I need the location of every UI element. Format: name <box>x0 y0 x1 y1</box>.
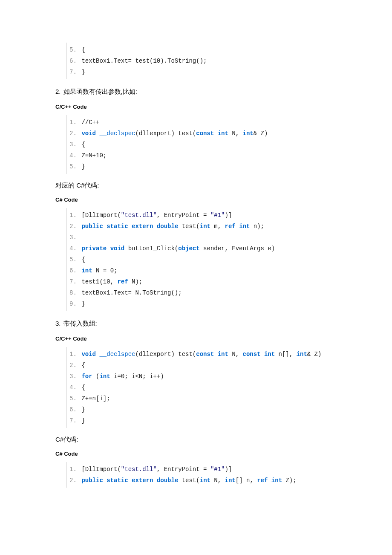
code-token: sender, EventArgs e) <box>200 245 275 252</box>
code-label-cpp-2: C/C++ Code <box>55 335 337 342</box>
code-token: const <box>196 351 214 358</box>
section-heading-2: 2.如果函数有传出参数,比如: <box>55 88 337 96</box>
code-token: void <box>110 245 125 252</box>
paragraph-1: 对应的 C#代码: <box>55 182 337 190</box>
code-token: (dllexport) test( <box>135 130 196 137</box>
code-token: __declspec <box>99 351 135 358</box>
line-number: 5. <box>69 44 78 55</box>
code-token: public <box>81 477 103 484</box>
code-token <box>236 223 239 230</box>
code-token: int <box>81 267 92 274</box>
code-token: N); <box>128 278 143 285</box>
code-token: } <box>81 417 85 424</box>
code-token: (dllexport) test( <box>135 351 196 358</box>
code-token: const <box>243 351 261 358</box>
line-number: 3. <box>69 139 78 150</box>
code-token: test1(10, <box>81 278 117 285</box>
code-token: int <box>271 477 282 484</box>
code-token: Z); <box>282 477 297 484</box>
code-token: N, <box>210 477 225 484</box>
code-label-cs-2: C# Code <box>55 451 337 457</box>
heading-text: 带传入数组: <box>63 320 97 327</box>
code-line: 7. } <box>69 66 337 78</box>
code-token: for <box>81 373 92 380</box>
code-token: & Z) <box>307 351 322 358</box>
code-token: , EntryPoint = <box>157 466 210 473</box>
code-line: 1. [DllImport("test.dll", EntryPoint = "… <box>69 464 337 475</box>
line-number: 5. <box>69 161 78 172</box>
line-number: 5. <box>69 393 78 404</box>
line-number: 2. <box>69 128 78 139</box>
code-line: 1. //C++ <box>69 117 337 128</box>
code-token: void <box>81 351 96 358</box>
code-token: button1_Click( <box>124 245 178 252</box>
code-line: 6. } <box>69 404 337 415</box>
code-token: int <box>200 477 210 484</box>
code-line: 2. { <box>69 360 337 371</box>
code-token: ref <box>225 223 236 230</box>
code-token: N, <box>228 351 243 358</box>
line-number: 6. <box>69 55 78 66</box>
code-token: void <box>81 130 96 137</box>
code-block-2: 1. //C++2. void __declspec(dllexport) te… <box>66 115 337 174</box>
heading-number: 3. <box>55 320 61 327</box>
code-token <box>153 223 156 230</box>
code-token: { <box>81 362 85 369</box>
heading-number: 2. <box>55 88 61 95</box>
code-token: public <box>81 223 103 230</box>
line-number: 7. <box>69 415 78 426</box>
code-token: Z+=n[i]; <box>81 395 110 402</box>
code-line: 4. { <box>69 382 337 393</box>
code-line: 5. { <box>69 44 337 55</box>
line-number: 6. <box>69 404 78 415</box>
code-line: 7. test1(10, ref N); <box>69 276 337 287</box>
line-number: 1. <box>69 210 78 221</box>
code-line: 2. public static extern double test(int … <box>69 221 337 232</box>
code-token: & Z) <box>254 130 268 137</box>
line-number: 5. <box>69 254 78 265</box>
code-line: 5. Z+=n[i]; <box>69 393 337 404</box>
code-token: { <box>81 256 85 263</box>
code-token: static <box>107 477 128 484</box>
code-line: 9. } <box>69 298 337 309</box>
document-page: 5. {6. textBox1.Text= test(10).ToString(… <box>0 0 392 555</box>
code-token: } <box>81 301 85 307</box>
code-token: test( <box>178 223 199 230</box>
line-number: 2. <box>69 221 78 232</box>
code-line: 5. } <box>69 161 337 172</box>
code-line: 4. private void button1_Click(object sen… <box>69 243 337 254</box>
code-line: 7. } <box>69 415 337 426</box>
code-block-5: 1. [DllImport("test.dll", EntryPoint = "… <box>66 462 337 488</box>
code-token <box>107 245 110 252</box>
code-token <box>103 477 107 484</box>
code-token: [DllImport( <box>81 212 121 219</box>
code-token: int <box>264 351 275 358</box>
code-line: 6. int N = 0; <box>69 265 337 276</box>
code-token: extern <box>132 477 153 484</box>
code-token: "#1" <box>210 466 225 473</box>
code-token: textBox1.Text= test(10).ToString(); <box>81 58 207 64</box>
code-token: test( <box>178 477 199 484</box>
line-number: 4. <box>69 382 78 393</box>
line-number: 2. <box>69 475 78 486</box>
code-token: } <box>81 406 85 413</box>
code-token: "#1" <box>210 212 225 219</box>
code-token: N = 0; <box>92 267 118 274</box>
code-label-cpp-1: C/C++ Code <box>55 104 337 110</box>
code-block-4: 1. void __declspec(dllexport) test(const… <box>66 347 337 428</box>
code-token <box>268 477 271 484</box>
code-token: ref <box>117 278 128 285</box>
code-token: ( <box>92 373 100 380</box>
line-number: 1. <box>69 117 78 128</box>
code-block-1: 5. {6. textBox1.Text= test(10).ToString(… <box>66 43 337 79</box>
code-token: int <box>225 477 236 484</box>
code-block-3: 1. [DllImport("test.dll", EntryPoint = "… <box>66 208 337 311</box>
code-token <box>153 477 156 484</box>
code-line: 3. <box>69 232 337 243</box>
code-token: int <box>239 223 250 230</box>
code-token: [] n, <box>236 477 257 484</box>
code-token <box>103 223 107 230</box>
code-token <box>214 351 217 358</box>
code-token: { <box>81 46 85 53</box>
heading-text: 如果函数有传出参数,比如: <box>63 88 137 95</box>
